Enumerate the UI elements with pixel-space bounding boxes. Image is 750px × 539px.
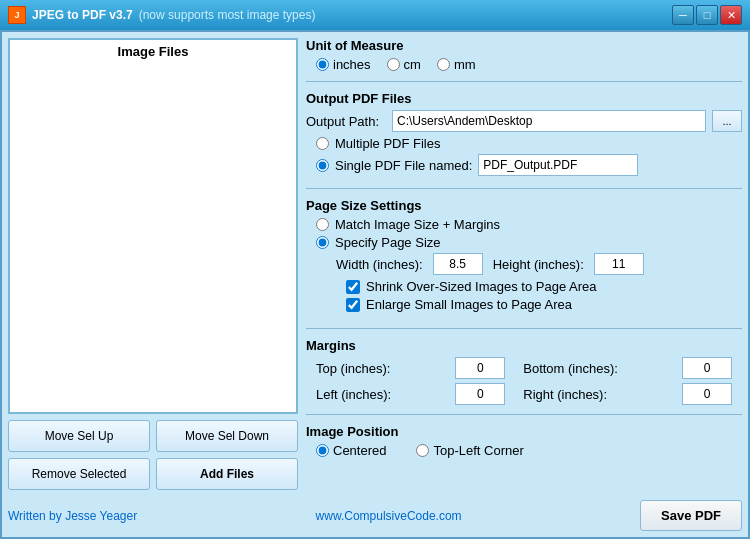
output-pdf-section: Output PDF Files Output Path: ... Multip… <box>306 91 742 179</box>
multiple-pdf-row: Multiple PDF Files <box>316 136 742 151</box>
bottom-margin-input[interactable] <box>682 357 732 379</box>
right-margin-input[interactable] <box>682 383 732 405</box>
remove-selected-button[interactable]: Remove Selected <box>8 458 150 490</box>
title-bar: J JPEG to PDF v3.7 (now supports most im… <box>0 0 750 30</box>
unit-cm-label[interactable]: cm <box>387 57 421 72</box>
right-panel: Unit of Measure inches cm mm <box>306 38 742 490</box>
move-up-button[interactable]: Move Sel Up <box>8 420 150 452</box>
shrink-checkbox-row: Shrink Over-Sized Images to Page Area <box>346 279 742 294</box>
single-pdf-row: Single PDF File named: <box>316 154 742 176</box>
unit-cm-text: cm <box>404 57 421 72</box>
shrink-label: Shrink Over-Sized Images to Page Area <box>366 279 597 294</box>
unit-radio-group: inches cm mm <box>316 57 742 72</box>
right-label: Right (inches): <box>523 387 674 402</box>
top-margin-input[interactable] <box>455 357 505 379</box>
top-left-radio[interactable] <box>416 444 429 457</box>
title-bar-left: J JPEG to PDF v3.7 (now supports most im… <box>8 6 315 24</box>
main-window: Image Files Move Sel Up Move Sel Down Re… <box>0 30 750 539</box>
image-files-list[interactable] <box>14 63 292 403</box>
centered-text: Centered <box>333 443 386 458</box>
match-image-radio[interactable] <box>316 218 329 231</box>
width-label: Width (inches): <box>336 257 423 272</box>
unit-mm-text: mm <box>454 57 476 72</box>
top-label: Top (inches): <box>316 361 447 376</box>
left-margin-input[interactable] <box>455 383 505 405</box>
height-input[interactable] <box>594 253 644 275</box>
image-files-box: Image Files <box>8 38 298 414</box>
unit-inches-label[interactable]: inches <box>316 57 371 72</box>
multiple-pdf-label: Multiple PDF Files <box>335 136 440 151</box>
unit-inches-text: inches <box>333 57 371 72</box>
width-input[interactable] <box>433 253 483 275</box>
left-label: Left (inches): <box>316 387 447 402</box>
app-icon-text: J <box>14 10 19 20</box>
height-label: Height (inches): <box>493 257 584 272</box>
specify-page-row: Specify Page Size <box>316 235 742 250</box>
image-position-title: Image Position <box>306 424 742 439</box>
match-image-label: Match Image Size + Margins <box>335 217 500 232</box>
close-button[interactable]: ✕ <box>720 5 742 25</box>
move-down-button[interactable]: Move Sel Down <box>156 420 298 452</box>
divider-2 <box>306 188 742 189</box>
divider-4 <box>306 414 742 415</box>
top-left-text: Top-Left Corner <box>433 443 523 458</box>
multiple-pdf-radio[interactable] <box>316 137 329 150</box>
shrink-checkbox[interactable] <box>346 280 360 294</box>
unit-cm-radio[interactable] <box>387 58 400 71</box>
window-controls: ─ □ ✕ <box>672 5 742 25</box>
divider-3 <box>306 328 742 329</box>
page-size-section: Page Size Settings Match Image Size + Ma… <box>306 198 742 315</box>
position-radio-group: Centered Top-Left Corner <box>316 443 742 458</box>
app-subtitle: (now supports most image types) <box>139 8 316 22</box>
enlarge-label: Enlarge Small Images to Page Area <box>366 297 572 312</box>
output-pdf-title: Output PDF Files <box>306 91 742 106</box>
bottom-bar: Written by Jesse Yeager www.CompulsiveCo… <box>8 496 742 531</box>
width-height-row: Width (inches): Height (inches): <box>336 253 742 275</box>
maximize-button[interactable]: □ <box>696 5 718 25</box>
action-buttons-row: Remove Selected Add Files <box>8 458 298 490</box>
move-buttons-row: Move Sel Up Move Sel Down <box>8 420 298 452</box>
divider-1 <box>306 81 742 82</box>
browse-button[interactable]: ... <box>712 110 742 132</box>
app-icon: J <box>8 6 26 24</box>
centered-radio[interactable] <box>316 444 329 457</box>
content-area: Image Files Move Sel Up Move Sel Down Re… <box>8 38 742 490</box>
output-path-label: Output Path: <box>306 114 386 129</box>
image-position-section: Image Position Centered Top-Left Corner <box>306 424 742 458</box>
specify-page-label: Specify Page Size <box>335 235 441 250</box>
left-panel: Image Files Move Sel Up Move Sel Down Re… <box>8 38 298 490</box>
single-pdf-label: Single PDF File named: <box>335 158 472 173</box>
save-pdf-button[interactable]: Save PDF <box>640 500 742 531</box>
margins-title: Margins <box>306 338 742 353</box>
unit-mm-radio[interactable] <box>437 58 450 71</box>
unit-of-measure-title: Unit of Measure <box>306 38 742 53</box>
output-path-input[interactable] <box>392 110 706 132</box>
enlarge-checkbox[interactable] <box>346 298 360 312</box>
centered-label[interactable]: Centered <box>316 443 386 458</box>
bottom-label: Bottom (inches): <box>523 361 674 376</box>
top-left-label[interactable]: Top-Left Corner <box>416 443 523 458</box>
margins-grid: Top (inches): Bottom (inches): Left (inc… <box>316 357 742 405</box>
image-files-label: Image Files <box>14 44 292 59</box>
specify-page-radio[interactable] <box>316 236 329 249</box>
unit-inches-radio[interactable] <box>316 58 329 71</box>
unit-of-measure-section: Unit of Measure inches cm mm <box>306 38 742 72</box>
minimize-button[interactable]: ─ <box>672 5 694 25</box>
enlarge-checkbox-row: Enlarge Small Images to Page Area <box>346 297 742 312</box>
add-files-button[interactable]: Add Files <box>156 458 298 490</box>
match-image-row: Match Image Size + Margins <box>316 217 742 232</box>
single-pdf-radio[interactable] <box>316 159 329 172</box>
output-path-row: Output Path: ... <box>306 110 742 132</box>
page-size-title: Page Size Settings <box>306 198 742 213</box>
unit-mm-label[interactable]: mm <box>437 57 476 72</box>
website-link[interactable]: www.CompulsiveCode.com <box>316 509 462 523</box>
margins-section: Margins Top (inches): Bottom (inches): L… <box>306 338 742 405</box>
pdf-name-input[interactable] <box>478 154 638 176</box>
author-text: Written by Jesse Yeager <box>8 509 137 523</box>
app-title: JPEG to PDF v3.7 <box>32 8 133 22</box>
